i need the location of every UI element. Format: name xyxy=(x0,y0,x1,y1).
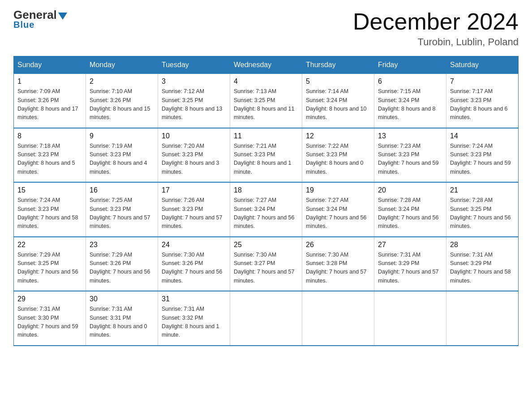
day-info: Sunrise: 7:24 AMSunset: 3:23 PMDaylight:… xyxy=(450,142,515,177)
day-number: 14 xyxy=(450,132,515,140)
day-info: Sunrise: 7:29 AMSunset: 3:25 PMDaylight:… xyxy=(17,251,82,286)
day-number: 13 xyxy=(378,132,442,140)
calendar-cell: 28Sunrise: 7:31 AMSunset: 3:29 PMDayligh… xyxy=(446,237,519,291)
day-info: Sunrise: 7:13 AMSunset: 3:25 PMDaylight:… xyxy=(234,87,298,122)
calendar-cell: 12Sunrise: 7:22 AMSunset: 3:23 PMDayligh… xyxy=(302,128,374,183)
calendar-cell: 15Sunrise: 7:24 AMSunset: 3:23 PMDayligh… xyxy=(14,182,86,237)
day-number: 11 xyxy=(234,132,298,140)
calendar-week-row: 1Sunrise: 7:09 AMSunset: 3:26 PMDaylight… xyxy=(14,74,519,128)
day-info: Sunrise: 7:30 AMSunset: 3:27 PMDaylight:… xyxy=(234,251,298,286)
day-number: 16 xyxy=(90,186,154,194)
day-info: Sunrise: 7:30 AMSunset: 3:26 PMDaylight:… xyxy=(162,251,226,286)
calendar-cell xyxy=(302,291,374,346)
day-number: 26 xyxy=(306,241,370,249)
col-header-wednesday: Wednesday xyxy=(230,56,302,74)
calendar-cell: 16Sunrise: 7:25 AMSunset: 3:23 PMDayligh… xyxy=(86,182,158,237)
day-number: 21 xyxy=(450,186,515,194)
col-header-friday: Friday xyxy=(374,56,446,74)
day-info: Sunrise: 7:22 AMSunset: 3:23 PMDaylight:… xyxy=(306,142,370,177)
calendar-cell xyxy=(446,291,519,346)
calendar-cell: 20Sunrise: 7:28 AMSunset: 3:24 PMDayligh… xyxy=(374,182,446,237)
logo-general: General xyxy=(13,9,57,21)
calendar-cell: 10Sunrise: 7:20 AMSunset: 3:23 PMDayligh… xyxy=(158,128,230,183)
col-header-thursday: Thursday xyxy=(302,56,374,74)
day-info: Sunrise: 7:29 AMSunset: 3:26 PMDaylight:… xyxy=(90,251,154,286)
day-number: 17 xyxy=(162,186,226,194)
calendar-cell: 11Sunrise: 7:21 AMSunset: 3:23 PMDayligh… xyxy=(230,128,302,183)
calendar-cell: 19Sunrise: 7:27 AMSunset: 3:24 PMDayligh… xyxy=(302,182,374,237)
day-number: 30 xyxy=(90,295,154,303)
day-number: 23 xyxy=(90,241,154,249)
day-number: 25 xyxy=(234,241,298,249)
day-info: Sunrise: 7:27 AMSunset: 3:24 PMDaylight:… xyxy=(234,196,298,231)
calendar-cell: 14Sunrise: 7:24 AMSunset: 3:23 PMDayligh… xyxy=(446,128,519,183)
day-info: Sunrise: 7:12 AMSunset: 3:25 PMDaylight:… xyxy=(162,87,226,122)
col-header-tuesday: Tuesday xyxy=(158,56,230,74)
day-info: Sunrise: 7:31 AMSunset: 3:30 PMDaylight:… xyxy=(17,305,82,340)
day-info: Sunrise: 7:31 AMSunset: 3:29 PMDaylight:… xyxy=(450,251,515,286)
logo-blue: Blue xyxy=(13,20,34,30)
day-number: 20 xyxy=(378,186,442,194)
calendar-cell: 6Sunrise: 7:15 AMSunset: 3:24 PMDaylight… xyxy=(374,74,446,128)
day-info: Sunrise: 7:20 AMSunset: 3:23 PMDaylight:… xyxy=(162,142,226,177)
day-number: 28 xyxy=(450,241,515,249)
day-number: 7 xyxy=(450,77,515,86)
calendar-cell xyxy=(374,291,446,346)
logo: General Blue xyxy=(13,9,67,30)
day-info: Sunrise: 7:09 AMSunset: 3:26 PMDaylight:… xyxy=(17,87,82,122)
location-subtitle: Turobin, Lublin, Poland xyxy=(353,36,519,48)
calendar-cell: 7Sunrise: 7:17 AMSunset: 3:23 PMDaylight… xyxy=(446,74,519,128)
day-info: Sunrise: 7:30 AMSunset: 3:28 PMDaylight:… xyxy=(306,251,370,286)
calendar-cell: 23Sunrise: 7:29 AMSunset: 3:26 PMDayligh… xyxy=(86,237,158,291)
calendar-cell: 13Sunrise: 7:23 AMSunset: 3:23 PMDayligh… xyxy=(374,128,446,183)
calendar-cell xyxy=(230,291,302,346)
calendar-table: SundayMondayTuesdayWednesdayThursdayFrid… xyxy=(13,56,519,346)
day-number: 2 xyxy=(90,77,154,86)
day-number: 10 xyxy=(162,132,226,140)
day-number: 4 xyxy=(234,77,298,86)
calendar-cell: 24Sunrise: 7:30 AMSunset: 3:26 PMDayligh… xyxy=(158,237,230,291)
calendar-header-row: SundayMondayTuesdayWednesdayThursdayFrid… xyxy=(14,56,519,74)
day-number: 19 xyxy=(306,186,370,194)
calendar-cell: 29Sunrise: 7:31 AMSunset: 3:30 PMDayligh… xyxy=(14,291,86,346)
calendar-cell: 31Sunrise: 7:31 AMSunset: 3:32 PMDayligh… xyxy=(158,291,230,346)
day-info: Sunrise: 7:10 AMSunset: 3:26 PMDaylight:… xyxy=(90,87,154,122)
calendar-week-row: 15Sunrise: 7:24 AMSunset: 3:23 PMDayligh… xyxy=(14,182,519,237)
day-info: Sunrise: 7:31 AMSunset: 3:31 PMDaylight:… xyxy=(90,305,154,340)
calendar-week-row: 8Sunrise: 7:18 AMSunset: 3:23 PMDaylight… xyxy=(14,128,519,183)
calendar-cell: 21Sunrise: 7:28 AMSunset: 3:25 PMDayligh… xyxy=(446,182,519,237)
month-year-title: December 2024 xyxy=(353,9,519,34)
page-header: General Blue December 2024 Turobin, Lubl… xyxy=(13,9,519,48)
day-info: Sunrise: 7:23 AMSunset: 3:23 PMDaylight:… xyxy=(378,142,442,177)
title-block: December 2024 Turobin, Lublin, Poland xyxy=(353,9,519,48)
day-info: Sunrise: 7:21 AMSunset: 3:23 PMDaylight:… xyxy=(234,142,298,177)
col-header-monday: Monday xyxy=(86,56,158,74)
calendar-cell: 27Sunrise: 7:31 AMSunset: 3:29 PMDayligh… xyxy=(374,237,446,291)
day-info: Sunrise: 7:15 AMSunset: 3:24 PMDaylight:… xyxy=(378,87,442,122)
day-info: Sunrise: 7:17 AMSunset: 3:23 PMDaylight:… xyxy=(450,87,515,122)
day-info: Sunrise: 7:26 AMSunset: 3:23 PMDaylight:… xyxy=(162,196,226,231)
calendar-cell: 22Sunrise: 7:29 AMSunset: 3:25 PMDayligh… xyxy=(14,237,86,291)
logo-triangle-icon xyxy=(58,13,67,20)
day-info: Sunrise: 7:31 AMSunset: 3:32 PMDaylight:… xyxy=(162,305,226,340)
day-number: 6 xyxy=(378,77,442,86)
col-header-sunday: Sunday xyxy=(14,56,86,74)
day-number: 27 xyxy=(378,241,442,249)
day-info: Sunrise: 7:31 AMSunset: 3:29 PMDaylight:… xyxy=(378,251,442,286)
day-info: Sunrise: 7:18 AMSunset: 3:23 PMDaylight:… xyxy=(17,142,82,177)
day-number: 5 xyxy=(306,77,370,86)
day-info: Sunrise: 7:24 AMSunset: 3:23 PMDaylight:… xyxy=(17,196,82,231)
day-number: 8 xyxy=(17,132,82,140)
day-number: 29 xyxy=(17,295,82,303)
day-info: Sunrise: 7:27 AMSunset: 3:24 PMDaylight:… xyxy=(306,196,370,231)
calendar-cell: 3Sunrise: 7:12 AMSunset: 3:25 PMDaylight… xyxy=(158,74,230,128)
calendar-cell: 17Sunrise: 7:26 AMSunset: 3:23 PMDayligh… xyxy=(158,182,230,237)
calendar-week-row: 29Sunrise: 7:31 AMSunset: 3:30 PMDayligh… xyxy=(14,291,519,346)
day-number: 9 xyxy=(90,132,154,140)
calendar-cell: 2Sunrise: 7:10 AMSunset: 3:26 PMDaylight… xyxy=(86,74,158,128)
col-header-saturday: Saturday xyxy=(446,56,519,74)
day-number: 24 xyxy=(162,241,226,249)
day-info: Sunrise: 7:25 AMSunset: 3:23 PMDaylight:… xyxy=(90,196,154,231)
day-info: Sunrise: 7:14 AMSunset: 3:24 PMDaylight:… xyxy=(306,87,370,122)
calendar-week-row: 22Sunrise: 7:29 AMSunset: 3:25 PMDayligh… xyxy=(14,237,519,291)
